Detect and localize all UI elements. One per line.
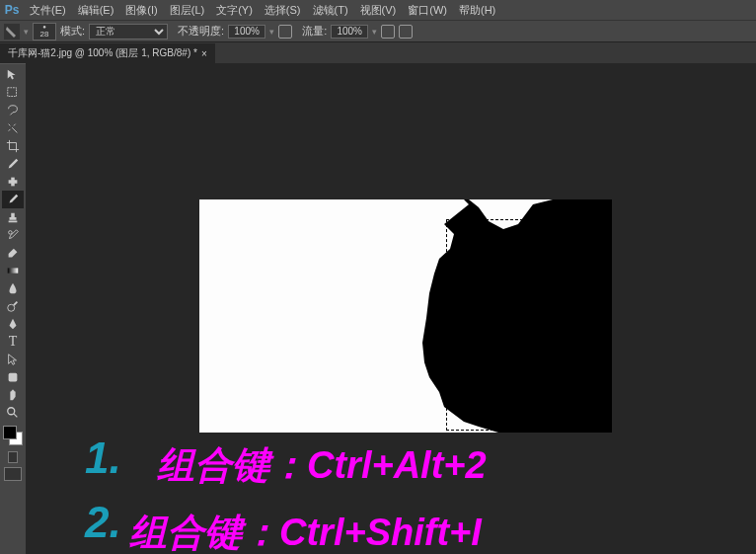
tabbar: 千库网-猫2.jpg @ 100% (图层 1, RGB/8#) * ×: [0, 41, 756, 63]
annotation-shortcut-1: 组合键：Ctrl+Alt+2: [157, 440, 487, 491]
tab-title: 千库网-猫2.jpg @ 100% (图层 1, RGB/8#) *: [8, 46, 197, 60]
marquee-tool[interactable]: [2, 84, 24, 102]
tool-preset-icon[interactable]: [4, 24, 20, 40]
annotation-number-2: 2.: [85, 498, 121, 547]
color-swatches[interactable]: [3, 426, 23, 445]
shape-tool[interactable]: [2, 368, 24, 386]
canvas-area[interactable]: 1. 组合键：Ctrl+Alt+2 2. 组合键：Ctrl+Shift+I: [26, 63, 756, 554]
brush-preview[interactable]: ● 28: [33, 23, 56, 40]
svg-point-5: [8, 304, 15, 311]
gradient-tool[interactable]: [2, 262, 24, 279]
hand-tool[interactable]: [2, 386, 24, 404]
menu-edit[interactable]: 编辑(E): [72, 3, 120, 18]
svg-rect-6: [9, 373, 18, 382]
menu-image[interactable]: 图像(I): [119, 3, 163, 18]
zoom-tool[interactable]: [2, 404, 24, 422]
toolbox: T: [0, 63, 26, 554]
mode-select[interactable]: 正常: [89, 24, 168, 40]
screen-mode-toggle[interactable]: [4, 467, 22, 481]
close-icon[interactable]: ×: [201, 48, 207, 59]
svg-point-7: [8, 408, 15, 415]
wand-tool[interactable]: [2, 119, 24, 137]
dropdown-icon[interactable]: ▾: [372, 27, 377, 37]
menu-layer[interactable]: 图层(L): [164, 3, 210, 18]
menubar: Ps 文件(E) 编辑(E) 图像(I) 图层(L) 文字(Y) 选择(S) 滤…: [0, 0, 756, 20]
svg-rect-4: [8, 268, 19, 273]
document-canvas[interactable]: [199, 199, 612, 433]
document-tab[interactable]: 千库网-猫2.jpg @ 100% (图层 1, RGB/8#) * ×: [0, 43, 215, 63]
menu-help[interactable]: 帮助(H): [453, 3, 501, 18]
menu-type[interactable]: 文字(Y): [210, 3, 259, 18]
brush-tool[interactable]: [2, 191, 24, 208]
svg-rect-2: [11, 178, 15, 187]
stamp-tool[interactable]: [2, 208, 24, 226]
pressure-size-icon[interactable]: [399, 25, 413, 39]
workspace: T 1. 组合键：Ctrl+Alt+2 2. 组合键：Ctrl+Shift+I: [0, 63, 756, 554]
dodge-tool[interactable]: [2, 297, 24, 315]
marching-ants-selection: [446, 219, 612, 431]
menu-file[interactable]: 文件(E): [24, 3, 72, 18]
mode-label: 模式:: [60, 24, 85, 39]
blur-tool[interactable]: [2, 279, 24, 297]
lasso-tool[interactable]: [2, 102, 24, 119]
move-tool[interactable]: [2, 66, 24, 84]
optionsbar: ▾ ● 28 模式: 正常 不透明度: ▾ 流量: ▾: [0, 20, 756, 41]
pen-tool[interactable]: [2, 315, 24, 333]
path-select-tool[interactable]: [2, 351, 24, 368]
opacity-input[interactable]: [228, 25, 265, 39]
heal-tool[interactable]: [2, 173, 24, 191]
eyedropper-tool[interactable]: [2, 155, 24, 173]
foreground-color-swatch[interactable]: [3, 426, 17, 439]
airbrush-icon[interactable]: [381, 25, 395, 39]
menu-select[interactable]: 选择(S): [259, 3, 307, 18]
svg-rect-0: [8, 88, 17, 97]
type-tool[interactable]: T: [2, 333, 24, 351]
pressure-opacity-icon[interactable]: [278, 25, 292, 39]
dropdown-icon[interactable]: ▾: [269, 27, 274, 37]
quick-mask-toggle[interactable]: [8, 451, 18, 463]
brush-size-value: 28: [40, 30, 49, 39]
flow-label: 流量:: [302, 24, 327, 39]
annotation-number-1: 1.: [85, 434, 121, 483]
flow-input[interactable]: [331, 25, 368, 39]
ps-logo: Ps: [0, 0, 24, 20]
history-brush-tool[interactable]: [2, 226, 24, 244]
eraser-tool[interactable]: [2, 244, 24, 262]
menu-view[interactable]: 视图(V): [354, 3, 403, 18]
opacity-label: 不透明度:: [178, 24, 224, 39]
annotation-shortcut-2: 组合键：Ctrl+Shift+I: [129, 508, 482, 554]
dropdown-icon[interactable]: ▾: [24, 27, 29, 37]
menu-window[interactable]: 窗口(W): [402, 3, 453, 18]
menu-filter[interactable]: 滤镜(T): [307, 3, 354, 18]
svg-point-3: [9, 231, 13, 235]
crop-tool[interactable]: [2, 137, 24, 155]
